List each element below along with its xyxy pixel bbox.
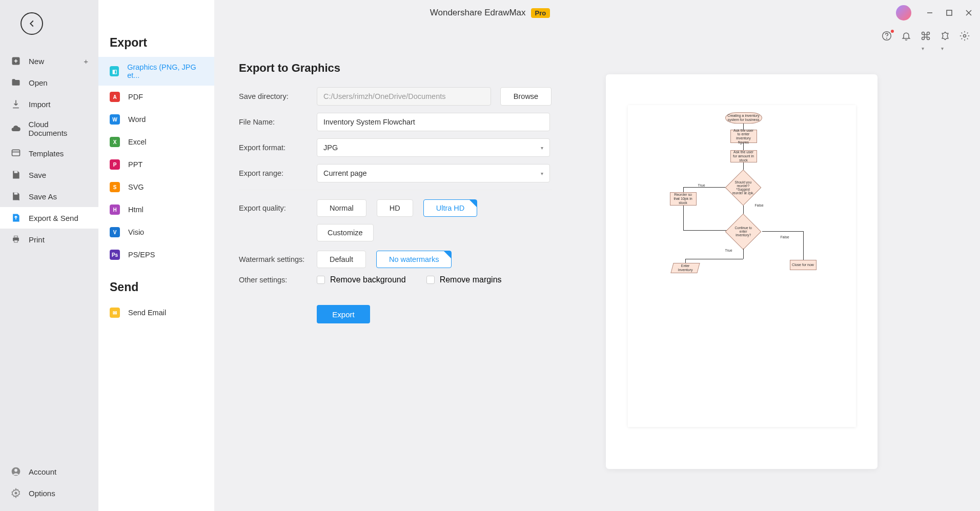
send-heading: Send xyxy=(98,280,214,301)
minimize-button[interactable] xyxy=(925,8,935,18)
svg-rect-10 xyxy=(14,193,18,195)
pdf-icon: A xyxy=(110,92,120,102)
customize-button[interactable]: Customize xyxy=(317,224,374,241)
svg-icon: S xyxy=(110,182,120,192)
export-subpanel: Export ◧Graphics (PNG, JPG et... APDF WW… xyxy=(98,0,214,511)
export-button[interactable]: Export xyxy=(317,305,370,323)
email-icon: ✉ xyxy=(110,308,120,318)
ppt-icon: P xyxy=(110,159,120,170)
html-icon: H xyxy=(110,205,120,215)
fc-process-2: Ask the user for amount in stock xyxy=(730,150,757,162)
sub-graphics[interactable]: ◧Graphics (PNG, JPG et... xyxy=(98,57,214,86)
nav-new[interactable]: New+ xyxy=(0,50,98,72)
nav-saveas[interactable]: Save As xyxy=(0,186,98,207)
close-button[interactable] xyxy=(964,8,974,18)
sub-pdf[interactable]: APDF xyxy=(98,86,214,108)
back-button[interactable] xyxy=(21,12,43,35)
nav-cloud[interactable]: Cloud Documents xyxy=(0,115,98,142)
watermark-none-button[interactable]: No watermarks xyxy=(376,251,452,268)
format-label: Export format: xyxy=(239,144,317,152)
sub-email[interactable]: ✉Send Email xyxy=(98,301,214,324)
nav-print[interactable]: Print xyxy=(0,229,98,250)
templates-icon xyxy=(10,148,22,159)
import-icon xyxy=(10,98,22,110)
gear-icon[interactable] xyxy=(959,31,971,42)
nav-import[interactable]: Import xyxy=(0,93,98,115)
ps-icon: Ps xyxy=(110,250,120,260)
chevron-down-icon: ▾ xyxy=(541,145,543,151)
fc-process-4: Close for now xyxy=(790,260,816,270)
sub-visio[interactable]: VVisio xyxy=(98,221,214,243)
nav-save[interactable]: Save xyxy=(0,164,98,186)
browse-button[interactable]: Browse xyxy=(500,87,552,106)
quality-hd-button[interactable]: HD xyxy=(377,199,413,217)
fc-process-1: Ask the user to enter inventory figures xyxy=(730,130,757,143)
svg-point-6 xyxy=(964,35,966,37)
excel-icon: X xyxy=(110,137,120,147)
filename-input[interactable] xyxy=(317,113,550,131)
fc-label-false: False xyxy=(755,203,764,207)
remove-margins-checkbox[interactable]: Remove margins xyxy=(426,275,502,284)
left-nav: New+ Open Import Cloud Documents Templat… xyxy=(0,0,98,511)
main-title: Export to Graphics xyxy=(239,62,955,75)
sub-word[interactable]: WWord xyxy=(98,108,214,131)
maximize-button[interactable] xyxy=(944,8,954,18)
export-heading: Export xyxy=(98,36,214,57)
app-title: Wondershare EdrawMax xyxy=(430,8,526,18)
savedir-input[interactable] xyxy=(317,87,491,106)
sub-pseps[interactable]: PsPS/EPS xyxy=(98,243,214,266)
quality-label: Export quality: xyxy=(239,204,317,212)
svg-rect-1 xyxy=(947,10,952,15)
fc-label-true: True xyxy=(698,183,705,187)
svg-rect-13 xyxy=(14,240,18,242)
print-icon xyxy=(10,234,22,245)
range-select[interactable]: Current page▾ xyxy=(317,164,550,182)
sub-svg[interactable]: SSVG xyxy=(98,176,214,198)
fc-label-true-2: True xyxy=(725,249,732,252)
fc-process-3: Reorder so that 10pk in stock xyxy=(670,192,697,206)
sub-ppt[interactable]: PPPT xyxy=(98,153,214,176)
plus-icon[interactable]: + xyxy=(84,57,88,66)
svg-rect-12 xyxy=(14,236,18,237)
filename-label: File Name: xyxy=(239,118,317,126)
folder-icon xyxy=(10,77,22,88)
theme-icon[interactable]: ▾ xyxy=(940,31,951,42)
svg-point-15 xyxy=(14,469,17,472)
bell-icon[interactable] xyxy=(901,31,912,42)
watermark-label: Watermark settings: xyxy=(239,255,317,263)
quality-normal-button[interactable]: Normal xyxy=(317,199,366,217)
nav-open[interactable]: Open xyxy=(0,72,98,93)
fc-start: Creating a inventory system for business xyxy=(725,112,762,124)
format-select[interactable]: JPG▾ xyxy=(317,138,550,157)
svg-point-16 xyxy=(15,492,17,495)
cloud-icon xyxy=(10,123,22,134)
image-icon: ◧ xyxy=(110,66,119,76)
account-icon xyxy=(10,466,22,477)
plus-square-icon xyxy=(10,55,22,67)
pro-badge: Pro xyxy=(531,8,550,18)
export-icon xyxy=(10,212,22,223)
nav-options[interactable]: Options xyxy=(0,482,98,504)
fc-label-false-2: False xyxy=(781,235,789,239)
nav-account[interactable]: Account xyxy=(0,461,98,482)
sub-excel[interactable]: XExcel xyxy=(98,131,214,153)
svg-rect-8 xyxy=(12,150,20,156)
user-avatar[interactable] xyxy=(896,5,911,21)
fc-decision-2: Continue to enter inventory? xyxy=(725,214,761,250)
command-icon[interactable]: ▾ xyxy=(921,31,932,42)
svg-point-5 xyxy=(887,38,887,38)
nav-templates[interactable]: Templates xyxy=(0,142,98,164)
watermark-default-button[interactable]: Default xyxy=(317,251,366,268)
saveas-icon xyxy=(10,191,22,202)
help-icon[interactable] xyxy=(882,31,893,42)
preview-pane: Creating a inventory system for business… xyxy=(606,74,877,469)
other-label: Other settings: xyxy=(239,276,317,284)
remove-bg-checkbox[interactable]: Remove background xyxy=(317,275,406,284)
quality-uhd-button[interactable]: Ultra HD xyxy=(423,199,478,217)
fc-decision-1: Should you reorder? *Suggest reorder at … xyxy=(725,170,761,206)
sub-html[interactable]: HHtml xyxy=(98,198,214,221)
visio-icon: V xyxy=(110,227,120,237)
gear-icon xyxy=(10,487,22,499)
nav-export-send[interactable]: Export & Send xyxy=(0,207,98,229)
word-icon: W xyxy=(110,114,120,125)
